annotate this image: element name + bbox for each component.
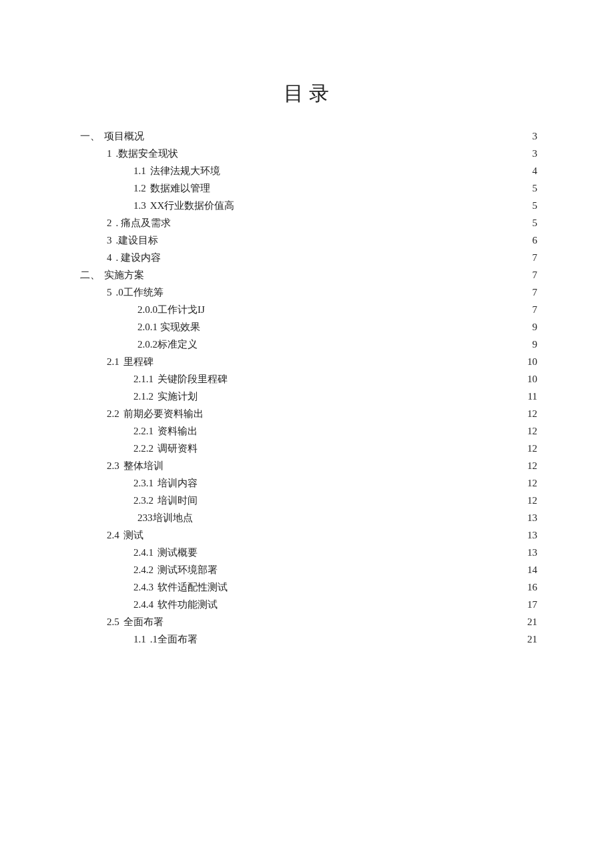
- toc-entry[interactable]: 2.4.3软件适配性测试16: [80, 578, 537, 596]
- toc-entry-page: 7: [520, 301, 537, 318]
- toc-entry-prefix: 1: [107, 145, 116, 162]
- toc-entry-prefix: 2.2: [107, 405, 123, 422]
- toc-entry-page: 6: [520, 232, 537, 249]
- toc-entry-page: 5: [520, 214, 537, 232]
- toc-entry-page: 12: [520, 405, 537, 422]
- toc-entry[interactable]: 2.1里程碑10: [80, 353, 537, 370]
- toc-entry-prefix: 2.1.2: [133, 388, 158, 405]
- toc-entry[interactable]: 2.0.2标准定义9: [80, 336, 537, 353]
- toc-entry-prefix: 2.1.1: [133, 370, 158, 388]
- toc-entry-label: 测试概要: [158, 544, 198, 561]
- toc-entry[interactable]: 2.2.2调研资料12: [80, 440, 537, 457]
- toc-entry-prefix: 1.2: [133, 179, 150, 197]
- toc-entry-prefix: 2.4.4: [133, 596, 158, 613]
- toc-entry[interactable]: 2.0.0工作计戈IJ7: [80, 301, 537, 318]
- toc-entry-page: 12: [520, 422, 537, 440]
- toc-entry-page: 10: [520, 353, 537, 370]
- toc-entry-label: . 建设内容: [116, 249, 162, 266]
- toc-entry-prefix: 2.4.3: [133, 578, 158, 596]
- toc-entry-page: 5: [520, 179, 537, 197]
- toc-entry[interactable]: 233培训地点13: [80, 509, 537, 526]
- toc-entry[interactable]: 2.4测试13: [80, 526, 537, 544]
- toc-entry[interactable]: 1.2数据难以管理5: [80, 179, 537, 197]
- toc-entry-page: 14: [520, 561, 537, 578]
- toc-entry-label: 整体培训: [123, 457, 164, 474]
- toc-entry-page: 5: [520, 197, 537, 214]
- toc-entry-prefix: 2.2.1: [133, 422, 158, 440]
- toc-entry-label: 软件适配性测试: [158, 578, 228, 596]
- toc-entry-prefix: 2.5: [107, 613, 123, 630]
- toc-entry[interactable]: 2.2.1资料输出12: [80, 422, 537, 440]
- toc-entry[interactable]: 2.4.2测试环境部署14: [80, 561, 537, 578]
- toc-entry-label: 数据难以管理: [150, 179, 210, 197]
- toc-entry-prefix: 2.4.2: [133, 561, 158, 578]
- toc-entry[interactable]: 2.1.1关键阶段里程碑10: [80, 370, 537, 388]
- toc-entry-label: 调研资料: [158, 440, 198, 457]
- toc-entry-prefix: 2.1: [107, 353, 123, 370]
- toc-entry[interactable]: 2.0.1 实现效果9: [80, 318, 537, 336]
- toc-entry[interactable]: 4. 建设内容7: [80, 249, 537, 266]
- toc-entry-prefix: 3: [107, 232, 116, 249]
- toc-entry[interactable]: 一、项目概况3: [80, 127, 537, 145]
- toc-entry-page: 12: [520, 492, 537, 509]
- toc-entry-label: 2.0.0工作计戈IJ: [137, 301, 205, 318]
- toc-entry-page: 12: [520, 457, 537, 474]
- toc-entry-label: 培训时间: [158, 492, 198, 509]
- toc-entry-page: 7: [520, 266, 537, 284]
- toc-entry-label: 法律法规大环境: [150, 162, 220, 179]
- toc-entry-page: 13: [520, 526, 537, 544]
- toc-entry-page: 3: [520, 127, 537, 145]
- toc-entry[interactable]: 1.3XX行业数据价值高5: [80, 197, 537, 214]
- toc-entry-label: 项目概况: [104, 127, 144, 145]
- toc-entry[interactable]: 2.2前期必要资料输出12: [80, 405, 537, 422]
- toc-entry[interactable]: 1.1.1全面布署21: [80, 630, 537, 648]
- toc-entry-page: 4: [520, 162, 537, 179]
- toc-entry-label: 软件功能测试: [158, 596, 218, 613]
- toc-entry-page: 10: [520, 370, 537, 388]
- toc-title: 目录: [80, 80, 537, 107]
- toc-entry-label: 233培训地点: [137, 509, 193, 526]
- toc-entry-prefix: 1.3: [133, 197, 150, 214]
- toc-entry[interactable]: 2.4.1测试概要13: [80, 544, 537, 561]
- toc-entry-label: .建设目标: [116, 232, 159, 249]
- toc-entry-page: 12: [520, 474, 537, 492]
- toc-entry-page: 17: [520, 596, 537, 613]
- toc-entry-prefix: 2.2.2: [133, 440, 158, 457]
- toc-entry-page: 21: [520, 613, 537, 630]
- toc-entry[interactable]: 2.5全面布署21: [80, 613, 537, 630]
- toc-entry-page: 7: [520, 284, 537, 301]
- toc-entry-prefix: 2.3: [107, 457, 123, 474]
- toc-entry-label: 全面布署: [123, 613, 164, 630]
- toc-entry[interactable]: 3.建设目标6: [80, 232, 537, 249]
- toc-entry-page: 21: [520, 630, 537, 648]
- toc-entry[interactable]: 2.4.4软件功能测试17: [80, 596, 537, 613]
- toc-entry[interactable]: 2. 痛点及需求5: [80, 214, 537, 232]
- toc-entry-label: .数据安全现状: [116, 145, 179, 162]
- toc-entry-label: 关键阶段里程碑: [158, 370, 228, 388]
- toc-entry-label: 实施方案: [104, 266, 144, 284]
- toc-entry[interactable]: 2.1.2实施计划11: [80, 388, 537, 405]
- toc-entry[interactable]: 2.3.2培训时间12: [80, 492, 537, 509]
- document-page: 目录 一、项目概况31.数据安全现状31.1法律法规大环境41.2数据难以管理5…: [0, 0, 614, 688]
- toc-entry[interactable]: 2.3整体培训12: [80, 457, 537, 474]
- toc-entry-label: 培训内容: [158, 474, 198, 492]
- toc-entry-label: 2.0.2标准定义: [137, 336, 198, 353]
- toc-entry[interactable]: 5.0工作统筹7: [80, 284, 537, 301]
- toc-entry[interactable]: 1.数据安全现状3: [80, 145, 537, 162]
- toc-entry-label: . 痛点及需求: [116, 214, 172, 232]
- toc-entry-prefix: 5: [107, 284, 116, 301]
- toc-entry-prefix: 2.4: [107, 526, 123, 544]
- toc-entry-label: .1全面布署: [150, 630, 198, 648]
- toc-entry-prefix: 2.3.2: [133, 492, 158, 509]
- toc-entry-page: 13: [520, 544, 537, 561]
- toc-entry[interactable]: 二、实施方案7: [80, 266, 537, 284]
- toc-entry-label: .0工作统筹: [116, 284, 164, 301]
- toc-entry[interactable]: 1.1法律法规大环境4: [80, 162, 537, 179]
- toc-entry-label: 测试: [123, 526, 143, 544]
- toc-entry-page: 9: [520, 318, 537, 336]
- toc-entry-label: 里程碑: [123, 353, 154, 370]
- toc-entry-page: 13: [520, 509, 537, 526]
- toc-entry[interactable]: 2.3.1培训内容12: [80, 474, 537, 492]
- toc-entry-page: 12: [520, 440, 537, 457]
- toc-entry-page: 16: [520, 578, 537, 596]
